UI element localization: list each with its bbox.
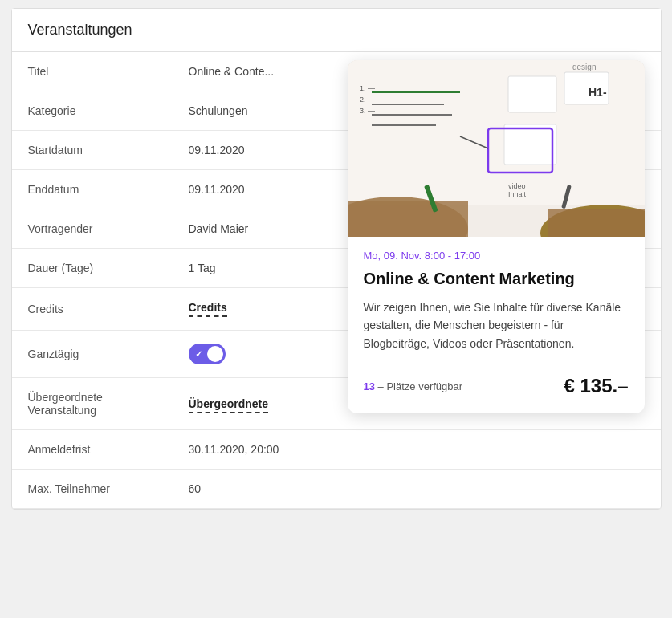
label-startdatum: Startdatum xyxy=(12,131,173,170)
svg-text:H1-: H1- xyxy=(589,86,607,99)
label-enddatum: Enddatum xyxy=(12,170,173,209)
preview-title: Online & Content Marketing xyxy=(364,268,629,289)
value-max-teilnehmer: 60 xyxy=(173,470,661,509)
svg-rect-19 xyxy=(348,201,468,237)
svg-rect-2 xyxy=(508,76,556,112)
svg-text:video: video xyxy=(508,182,526,190)
preview-description: Wir zeigen Ihnen, wie Sie Inhalte für di… xyxy=(364,299,629,352)
svg-text:3. —: 3. — xyxy=(360,107,375,115)
preview-card: design 1. — 2. — 3. — H1- video Inhalt xyxy=(348,60,645,413)
svg-text:design: design xyxy=(572,63,596,71)
label-ganztaegig: Ganztägig xyxy=(12,331,173,378)
label-credits: Credits xyxy=(12,288,173,331)
spots-label: – Plätze verfügbar xyxy=(378,380,463,392)
table-row-max-teilnehmer: Max. Teilnehmer 60 xyxy=(12,470,661,509)
value-anmeldefrist: 30.11.2020, 20:00 xyxy=(173,430,661,470)
ganztaegig-toggle[interactable]: ✓ xyxy=(189,344,226,364)
label-kategorie: Kategorie xyxy=(12,91,173,131)
preview-image: design 1. — 2. — 3. — H1- video Inhalt xyxy=(348,60,645,237)
label-anmeldefrist: Anmeldefrist xyxy=(12,430,173,470)
svg-text:1. —: 1. — xyxy=(360,84,375,92)
label-vortragender: Vortragender xyxy=(12,209,173,249)
svg-text:Inhalt: Inhalt xyxy=(508,190,527,198)
svg-text:2. —: 2. — xyxy=(360,96,375,104)
toggle-check-icon: ✓ xyxy=(195,349,202,360)
label-uebergeordnete: Übergeordnete Veranstaltung xyxy=(12,378,173,430)
label-titel: Titel xyxy=(12,52,173,91)
spots-count: 13 xyxy=(364,380,375,392)
svg-rect-22 xyxy=(548,209,645,237)
toggle-thumb xyxy=(207,346,223,362)
page-header: Veranstaltungen xyxy=(12,9,661,52)
preview-footer: 13 – Plätze verfügbar € 135.– xyxy=(364,368,629,397)
page-title: Veranstaltungen xyxy=(28,22,645,39)
preview-date: Mo, 09. Nov. 8:00 - 17:00 xyxy=(364,250,629,262)
preview-spots: 13 – Plätze verfügbar xyxy=(364,380,463,392)
preview-card-body: Mo, 09. Nov. 8:00 - 17:00 Online & Conte… xyxy=(348,237,645,413)
label-dauer: Dauer (Tage) xyxy=(12,249,173,288)
svg-rect-4 xyxy=(504,124,556,165)
preview-price: € 135.– xyxy=(564,375,628,397)
table-row-anmeldefrist: Anmeldefrist 30.11.2020, 20:00 xyxy=(12,430,661,470)
label-max-teilnehmer: Max. Teilnehmer xyxy=(12,470,173,509)
